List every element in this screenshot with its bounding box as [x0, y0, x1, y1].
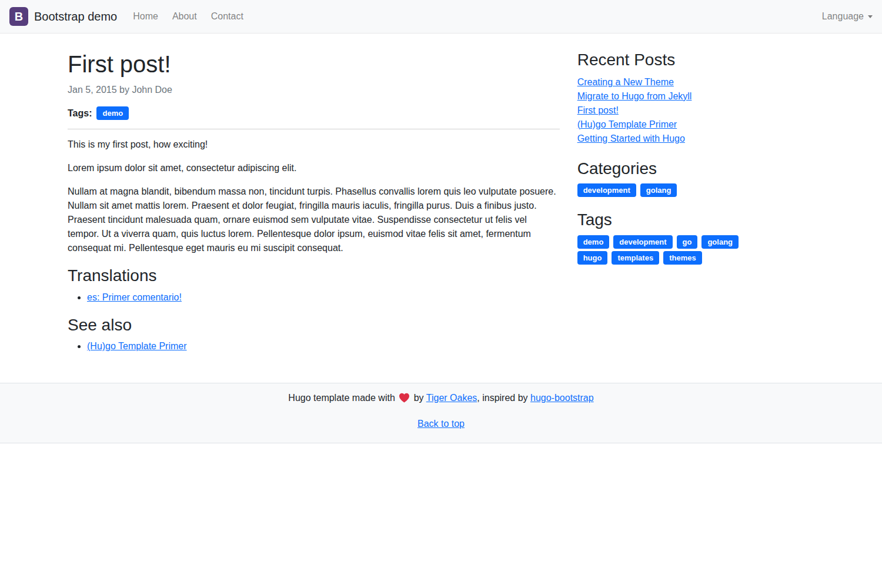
nav-links: Home About Contact	[126, 6, 250, 26]
navbar: B Bootstrap demo Home About Contact Lang…	[0, 0, 882, 34]
category-badges: development golang	[577, 183, 814, 197]
see-also-list: (Hu)go Template Primer	[68, 339, 560, 353]
tag-badge[interactable]: themes	[663, 251, 702, 265]
list-item: es: Primer comentario!	[87, 290, 560, 305]
tag-badge[interactable]: templates	[612, 251, 659, 265]
post-divider	[68, 129, 560, 129]
nav-link-contact[interactable]: Contact	[206, 6, 248, 26]
back-to-top-link[interactable]: Back to top	[417, 419, 465, 429]
footer-by-text: by	[414, 393, 424, 403]
brand-title: Bootstrap demo	[34, 10, 117, 24]
see-also-heading: See also	[68, 315, 560, 335]
recent-post-link[interactable]: First post!	[577, 105, 619, 115]
tag-badge[interactable]: development	[613, 235, 672, 249]
recent-post-link[interactable]: (Hu)go Template Primer	[577, 119, 677, 129]
translations-list: es: Primer comentario!	[68, 290, 560, 305]
language-label: Language	[822, 11, 864, 22]
translations-heading: Translations	[68, 266, 560, 286]
language-dropdown[interactable]: Language	[822, 11, 873, 22]
nav-link-about[interactable]: About	[168, 6, 202, 26]
post-meta: Jan 5, 2015 by John Doe	[68, 83, 560, 97]
nav-item: Contact	[204, 6, 250, 26]
caret-down-icon	[868, 15, 873, 18]
footer-credit-line: Hugo template made with by Tiger Oakes, …	[0, 391, 882, 407]
list-item: (Hu)go Template Primer	[577, 118, 814, 132]
footer-inspired-text: , inspired by	[477, 393, 527, 403]
nav-item: About	[165, 6, 204, 26]
post-article: First post! Jan 5, 2015 by John Doe Tags…	[59, 50, 569, 363]
footer-made-with-text: Hugo template made with	[288, 393, 395, 403]
tag-badge[interactable]: demo	[577, 235, 610, 249]
content-row: First post! Jan 5, 2015 by John Doe Tags…	[59, 34, 823, 363]
recent-post-link[interactable]: Creating a New Theme	[577, 77, 674, 87]
tag-badge[interactable]: golang	[701, 235, 739, 249]
list-item: First post!	[577, 103, 814, 118]
tag-badge-demo[interactable]: demo	[96, 106, 129, 120]
list-item: Migrate to Hugo from Jekyll	[577, 89, 814, 103]
page-container: First post! Jan 5, 2015 by John Doe Tags…	[50, 34, 832, 363]
recent-posts-list: Creating a New Theme Migrate to Hugo fro…	[577, 75, 814, 146]
list-item: Creating a New Theme	[577, 75, 814, 89]
logo-letter: B	[15, 10, 23, 24]
heart-icon	[399, 393, 410, 407]
post-paragraph: Lorem ipsum dolor sit amet, consectetur …	[68, 161, 560, 175]
tags-label: Tags:	[68, 108, 92, 119]
list-item: (Hu)go Template Primer	[87, 339, 560, 353]
post-paragraph: This is my first post, how exciting!	[68, 138, 560, 152]
brand-link[interactable]: B Bootstrap demo	[9, 7, 117, 26]
tags-heading: Tags	[577, 210, 814, 230]
nav-item: Home	[126, 6, 165, 26]
recent-post-link[interactable]: Migrate to Hugo from Jekyll	[577, 91, 692, 101]
sidebar: Recent Posts Creating a New Theme Migrat…	[569, 50, 823, 265]
recent-posts-heading: Recent Posts	[577, 50, 814, 70]
footer: Hugo template made with by Tiger Oakes, …	[0, 383, 882, 443]
recent-post-link[interactable]: Getting Started with Hugo	[577, 133, 685, 143]
author-link[interactable]: Tiger Oakes	[426, 393, 477, 403]
page-title: First post!	[68, 50, 560, 78]
post-paragraph: Nullam at magna blandit, bibendum massa …	[68, 185, 560, 255]
category-badge[interactable]: golang	[640, 183, 677, 197]
category-badge[interactable]: development	[577, 183, 636, 197]
list-item: Getting Started with Hugo	[577, 132, 814, 146]
translation-link[interactable]: es: Primer comentario!	[87, 292, 182, 302]
post-tags-line: Tags: demo	[68, 106, 560, 120]
tag-badge[interactable]: hugo	[577, 251, 608, 265]
categories-heading: Categories	[577, 159, 814, 179]
nav-link-home[interactable]: Home	[128, 6, 163, 26]
back-to-top-line: Back to top	[0, 417, 882, 431]
inspiration-link[interactable]: hugo-bootstrap	[530, 393, 594, 403]
see-also-link[interactable]: (Hu)go Template Primer	[87, 341, 187, 351]
bootstrap-logo-icon: B	[9, 7, 28, 26]
tag-badge[interactable]: go	[677, 235, 698, 249]
tag-badges: demo development go golang hugo template…	[577, 235, 761, 265]
